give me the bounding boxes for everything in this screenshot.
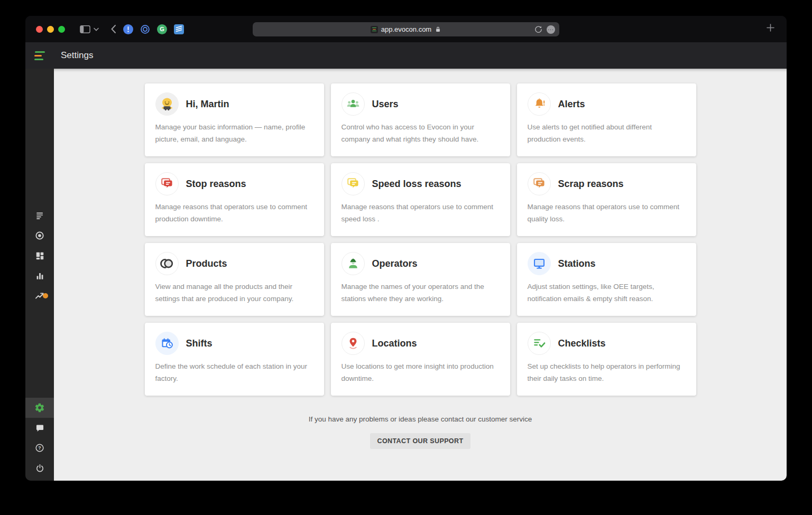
browser-window: G app.evocon.com ... Settings xyxy=(25,16,787,481)
card-description: Define the work schedule of each station… xyxy=(155,361,313,385)
card-title: Stop reasons xyxy=(186,179,246,190)
sidebar-item-feedback[interactable] xyxy=(25,418,54,438)
card-shifts[interactable]: Shifts Define the work schedule of each … xyxy=(145,323,324,396)
svg-text:?: ? xyxy=(38,445,41,451)
stations-icon xyxy=(528,252,551,275)
notes-extension-icon[interactable] xyxy=(174,24,184,34)
card-bell[interactable]: Alerts Use alerts to get notified about … xyxy=(517,83,696,156)
browser-sidebar-toggle-icon[interactable] xyxy=(80,25,90,34)
support-text: If you have any problems or ideas please… xyxy=(54,415,787,423)
checklists-icon xyxy=(528,332,551,355)
card-description: Adjust station settings, like OEE target… xyxy=(528,281,686,305)
card-title: Speed loss reasons xyxy=(372,179,462,190)
logout-power-icon xyxy=(35,463,45,473)
chevron-down-icon[interactable] xyxy=(94,27,99,31)
trends-notification-badge xyxy=(43,293,48,298)
settings-card-grid: Hi, Martin Manage your basic information… xyxy=(145,83,696,396)
card-title: Products xyxy=(186,258,227,269)
card-description: Manage reasons that operators use to com… xyxy=(155,201,313,226)
card-title: Scrap reasons xyxy=(558,179,624,190)
scrap-reasons-icon xyxy=(528,172,551,195)
onepassword-extension-icon[interactable] xyxy=(140,24,150,34)
stop-reasons-icon xyxy=(155,172,179,195)
sidebar-item-help[interactable]: ? xyxy=(25,438,54,458)
sidebar-nav-group xyxy=(25,205,54,306)
card-description: Use locations to get more insight into p… xyxy=(342,361,500,385)
zoom-window-button[interactable] xyxy=(58,26,65,33)
feedback-chat-icon xyxy=(35,423,45,433)
evocon-favicon xyxy=(371,26,378,33)
help-icon: ? xyxy=(34,443,45,453)
speed-loss-reasons-icon xyxy=(342,172,365,195)
more-options-icon[interactable]: ... xyxy=(547,25,555,34)
sidebar-item-trends[interactable] xyxy=(25,286,54,306)
address-bar[interactable]: app.evocon.com ... xyxy=(253,22,559,36)
new-tab-icon[interactable] xyxy=(766,23,775,34)
sidebar-item-reports[interactable] xyxy=(25,266,54,286)
card-description: Set up checklists to help operators in p… xyxy=(528,361,686,385)
card-title: Locations xyxy=(372,338,417,349)
app-header: Settings xyxy=(25,42,787,69)
window-controls xyxy=(36,26,65,33)
card-title: Users xyxy=(372,99,399,110)
card-title: Stations xyxy=(558,258,596,269)
settings-content: Hi, Martin Manage your basic information… xyxy=(54,69,787,481)
card-description: Manage reasons that operators use to com… xyxy=(342,201,500,226)
evocon-logo-menu-icon[interactable] xyxy=(25,51,54,60)
reports-icon xyxy=(35,271,45,281)
grammarly-extension-icon[interactable]: G xyxy=(157,24,167,34)
back-icon[interactable] xyxy=(110,24,116,34)
app-sidebar: ? xyxy=(25,69,54,481)
card-description: Manage reasons that operators use to com… xyxy=(528,201,686,226)
shifts-icon xyxy=(155,332,179,355)
card-stop-reasons[interactable]: Stop reasons Manage reasons that operato… xyxy=(145,163,324,236)
sidebar-bottom-group: ? xyxy=(25,398,54,478)
card-users[interactable]: Users Control who has access to Evocon i… xyxy=(331,83,510,156)
card-description: Control who has access to Evocon in your… xyxy=(342,121,500,146)
contact-support-button[interactable]: CONTACT OUR SUPPORT xyxy=(370,433,471,449)
card-title: Operators xyxy=(372,258,418,269)
card-operators[interactable]: Operators Manage the names of your opera… xyxy=(331,243,510,316)
operators-icon xyxy=(342,252,365,275)
support-footer: If you have any problems or ideas please… xyxy=(54,415,787,449)
lock-icon xyxy=(435,25,441,33)
card-description: Manage the names of your operators and t… xyxy=(342,281,500,305)
sidebar-item-settings[interactable] xyxy=(25,398,54,418)
card-title: Shifts xyxy=(186,338,213,349)
sidebar-item-production-log[interactable] xyxy=(25,205,54,226)
dashboard-icon xyxy=(35,251,45,261)
close-window-button[interactable] xyxy=(36,26,43,33)
card-speed-loss-reasons[interactable]: Speed loss reasons Manage reasons that o… xyxy=(331,163,510,236)
sidebar-item-dashboard[interactable] xyxy=(25,246,54,266)
url-text: app.evocon.com xyxy=(381,25,431,33)
live-view-icon xyxy=(34,230,45,241)
products-icon xyxy=(155,252,179,275)
card-title: Hi, Martin xyxy=(186,99,229,110)
users-icon xyxy=(342,92,365,116)
reload-icon[interactable] xyxy=(534,25,542,33)
card-title: Checklists xyxy=(558,338,606,349)
card-products[interactable]: Products View and manage all the product… xyxy=(145,243,324,316)
page-title: Settings xyxy=(61,50,93,61)
svg-text:G: G xyxy=(160,26,164,32)
production-log-icon xyxy=(35,211,45,221)
sidebar-item-logout[interactable] xyxy=(25,458,54,478)
settings-gear-icon xyxy=(34,402,45,413)
card-checklists[interactable]: Checklists Set up checklists to help ope… xyxy=(517,323,696,396)
card-title: Alerts xyxy=(558,99,585,110)
card-stations[interactable]: Stations Adjust station settings, like O… xyxy=(517,243,696,316)
card-description: View and manage all the products and the… xyxy=(155,281,313,305)
locations-icon xyxy=(342,332,365,355)
card-description: Manage your basic information — name, pr… xyxy=(155,121,313,146)
browser-toolbar: G app.evocon.com ... xyxy=(25,16,787,42)
bell-icon xyxy=(528,92,551,116)
card-scrap-reasons[interactable]: Scrap reasons Manage reasons that operat… xyxy=(517,163,696,236)
card-description: Use alerts to get notified about differe… xyxy=(528,121,686,146)
avatar-icon xyxy=(155,92,179,116)
sidebar-item-live-view[interactable] xyxy=(25,226,54,246)
minimize-window-button[interactable] xyxy=(47,26,54,33)
card-locations[interactable]: Locations Use locations to get more insi… xyxy=(331,323,510,396)
card-avatar[interactable]: Hi, Martin Manage your basic information… xyxy=(145,83,324,156)
alert-extension-icon[interactable] xyxy=(123,24,133,34)
